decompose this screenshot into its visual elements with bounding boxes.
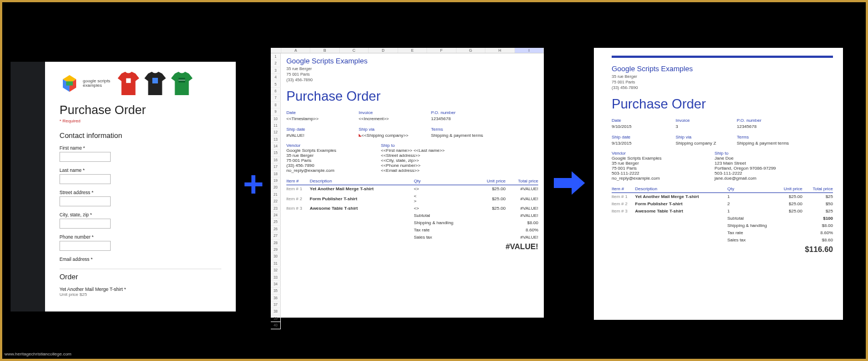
table-row: item # 3Awesome Table T-shirt<>$25.00#VA… (286, 205, 538, 212)
required-note: * Required (59, 118, 221, 123)
tshirt-red-icon (117, 71, 140, 96)
order-heading: Order (59, 273, 221, 281)
sheet-body: Google Scripts Examples 35 rue Berger75 … (281, 53, 544, 317)
po-title: Purchase Order (612, 96, 833, 112)
company-name: Google Scripts Examples (612, 65, 833, 73)
divider (59, 269, 221, 269)
company-address: 35 rue Berger75 001 Paris(33) 456-7890 (286, 66, 538, 83)
watermark: www.heritagechristiancollege.com (4, 352, 72, 357)
out-body: Google Scripts Examples 35 rue Berger75 … (612, 65, 833, 255)
tshirt-green-icon (170, 71, 194, 96)
form-dark-sidebar (11, 62, 45, 311)
table-row: item # 3Awesome Table T-shirt1$25.00$25 (612, 207, 833, 215)
info-grid-1: DateInvoiceP.O. number <<Timestamp>><<In… (286, 110, 538, 122)
svg-marker-3 (66, 81, 73, 86)
info-grid-1: DateInvoiceP.O. number 9/10/201531234567… (612, 117, 833, 130)
phone-label: Phone number * (59, 234, 221, 240)
plus-icon: + (243, 166, 264, 202)
company-address: 35 rue Berger75 001 Paris(33) 456-7890 (612, 74, 833, 91)
logo-text: google scripts examples (83, 79, 110, 88)
output-doc-panel: Google Scripts Examples 35 rue Berger75 … (594, 48, 843, 320)
vendor-ship-grid: VendorShip to Google Scripts Examples<<F… (286, 143, 538, 173)
table-row: item # 2Form Publisher T-shirt2$25.00$50 (612, 200, 833, 207)
city-label: City, state, zip * (59, 212, 221, 217)
street-label: Street address * (59, 190, 221, 195)
street-input[interactable] (59, 196, 111, 206)
form-body: google scripts examples Purchase Order *… (45, 62, 236, 311)
po-title: Purchase Order (286, 88, 538, 104)
svg-rect-5 (152, 78, 158, 83)
phone-input[interactable] (59, 241, 111, 251)
email-label: Email address * (59, 256, 221, 262)
table-row: item # 1Yet Another Mail Merge T-shirt<>… (286, 185, 538, 193)
form-title: Purchase Order (59, 103, 221, 117)
tshirt-row (117, 71, 194, 96)
items-table: Item # Description Qty Unit price Total … (286, 177, 538, 252)
last-name-input[interactable] (59, 174, 111, 184)
info-grid-2: Ship dateShip viaTerms #VALUE!◣<<Shippin… (286, 126, 538, 139)
city-input[interactable] (59, 219, 111, 229)
last-name-label: Last name * (59, 167, 221, 173)
logo-text-bot: examples (83, 83, 110, 88)
table-row: item # 1Yet Another Mail Merge T-shirt1$… (612, 193, 833, 201)
svg-rect-4 (126, 78, 131, 83)
company-name: Google Scripts Examples (286, 57, 538, 65)
row-numbers: 1234567891011121314151617181920212223242… (271, 53, 281, 317)
stage: google scripts examples Purchase Order *… (0, 0, 868, 361)
logo-row: google scripts examples (59, 71, 221, 96)
vendor-ship-grid: VendorShip to Google Scripts ExamplesJan… (612, 151, 833, 181)
tshirt-black-icon (143, 71, 167, 96)
google-scripts-logo-icon (59, 73, 80, 93)
order-item-label: Yet Another Mail Merge T-shirt * (59, 286, 221, 292)
table-row: item # 2Form Publisher T-shirt<>$25.00#V… (286, 192, 538, 205)
arrow-icon (553, 170, 586, 196)
header-bar (612, 56, 833, 58)
contact-heading: Contact information (59, 131, 221, 140)
first-name-label: First name * (59, 145, 221, 151)
items-table: Item # Description Qty Unit price Total … (612, 185, 833, 255)
spreadsheet-panel: ABCDEFGHI 123456789101112131415161718192… (271, 48, 544, 318)
info-grid-2: Ship dateShip viaTerms 9/13/2015Shipping… (612, 134, 833, 146)
google-form-panel: google scripts examples Purchase Order *… (11, 62, 236, 311)
order-item-price: Unit price $25 (59, 292, 221, 297)
column-headers: ABCDEFGHI (271, 48, 544, 53)
first-name-input[interactable] (59, 152, 111, 162)
